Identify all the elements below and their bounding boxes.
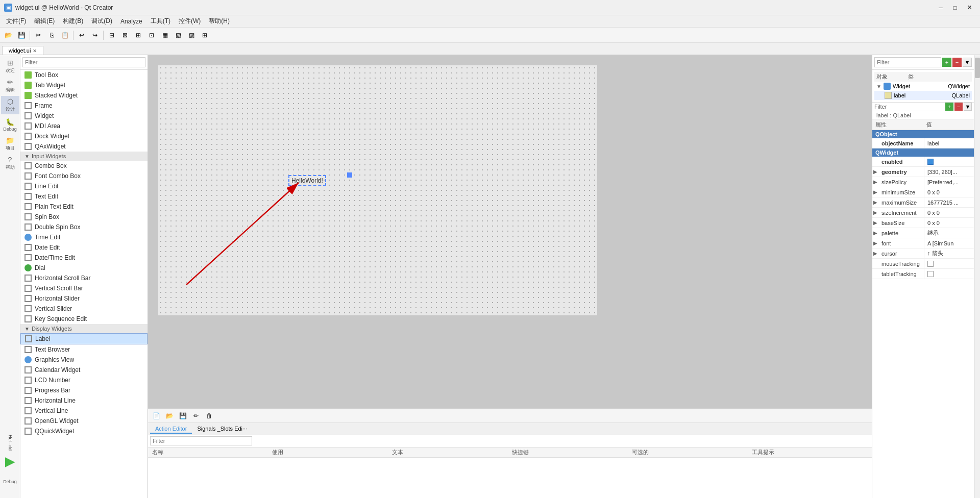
left-icon-debug[interactable]: 🐛 Debug bbox=[1, 115, 19, 134]
left-icon-welcome[interactable]: ⊞ 欢迎 bbox=[1, 57, 19, 76]
prop-row-sizePolicy[interactable]: ▶ sizePolicy [Preferred,... bbox=[872, 177, 974, 187]
bottom-edit-btn[interactable]: ✏ bbox=[190, 410, 202, 422]
toolbar-layout2[interactable]: ▧ bbox=[172, 29, 184, 41]
bottom-filter-input[interactable] bbox=[150, 436, 252, 445]
prop-value-cell[interactable]: 继承 bbox=[924, 228, 974, 238]
bottom-new-btn[interactable]: 📄 bbox=[150, 410, 162, 422]
close-button[interactable]: ✕ bbox=[963, 3, 976, 13]
widget-item-double-spin-box[interactable]: Double Spin Box bbox=[20, 222, 148, 232]
prop-row-enabled[interactable]: enabled bbox=[872, 157, 974, 167]
prop-value-cell[interactable] bbox=[924, 259, 974, 268]
prop-row-objectName[interactable]: objectName label bbox=[872, 138, 974, 148]
right-filter-input[interactable] bbox=[874, 57, 941, 67]
widget-item-mdi-area[interactable]: MDI Area bbox=[20, 121, 148, 131]
widget-item-spin-box[interactable]: Spin Box bbox=[20, 212, 148, 222]
bottom-open-btn[interactable]: 📂 bbox=[163, 410, 176, 422]
widget-item-horizontal-slider[interactable]: Horizontal Slider bbox=[20, 293, 148, 304]
hello-label[interactable]: HelloWorld! bbox=[288, 175, 326, 186]
left-icon-debug2[interactable]: Debug bbox=[1, 472, 19, 491]
widget-item-tab-widget[interactable]: Tab Widget bbox=[20, 80, 148, 90]
tree-item-widget[interactable]: ▼ Widget QWidget bbox=[874, 82, 972, 91]
widget-item-vertical-line[interactable]: Vertical Line bbox=[20, 406, 148, 416]
toolbar-save[interactable]: 💾 bbox=[15, 29, 28, 41]
prop-row-tabletTracking[interactable]: tabletTracking bbox=[872, 269, 974, 279]
widget-item-lcd-number[interactable]: LCD Number bbox=[20, 375, 148, 385]
widget-item-tool-box[interactable]: Tool Box bbox=[20, 70, 148, 80]
toolbar-undo[interactable]: ↩ bbox=[76, 29, 88, 41]
left-icon-run[interactable] bbox=[1, 453, 19, 471]
prop-more-btn[interactable]: ▼ bbox=[964, 103, 972, 111]
canvas-container[interactable]: HelloWorld! bbox=[148, 55, 872, 408]
widget-filter-input[interactable] bbox=[22, 57, 145, 67]
prop-add-btn[interactable]: + bbox=[945, 103, 953, 111]
filter-more-btn[interactable]: ▼ bbox=[963, 58, 972, 67]
widget-item-font-combo-box[interactable]: Font Combo Box bbox=[20, 171, 148, 181]
widget-item-stacked-widget[interactable]: Stacked Widget bbox=[20, 90, 148, 101]
filter-add-btn[interactable]: + bbox=[942, 58, 951, 67]
left-icon-helloworld[interactable]: Hel···rld bbox=[1, 434, 19, 452]
bottom-save-btn[interactable]: 💾 bbox=[177, 410, 189, 422]
widget-item-plain-text-edit[interactable]: Plain Text Edit bbox=[20, 202, 148, 212]
prop-row-geometry[interactable]: ▶ geometry [330, 260]... bbox=[872, 167, 974, 177]
widget-item-text-browser[interactable]: Text Browser bbox=[20, 344, 148, 355]
menu-build[interactable]: 构建(B) bbox=[59, 16, 87, 27]
widget-item-combo-box[interactable]: Combo Box bbox=[20, 161, 148, 171]
prop-row-baseSize[interactable]: ▶ baseSize 0 x 0 bbox=[872, 218, 974, 228]
prop-row-minimumSize[interactable]: ▶ minimumSize 0 x 0 bbox=[872, 187, 974, 197]
maximize-button[interactable]: □ bbox=[948, 3, 962, 13]
prop-row-maximumSize[interactable]: ▶ maximumSize 16777215 ... bbox=[872, 197, 974, 208]
menu-help[interactable]: 帮助(H) bbox=[205, 16, 234, 27]
widget-item-opengl-widget[interactable]: OpenGL Widget bbox=[20, 416, 148, 426]
widget-item-graphics-view[interactable]: Graphics View bbox=[20, 355, 148, 365]
left-icon-edit[interactable]: ✏ 编辑 bbox=[1, 77, 19, 95]
widget-item-time-edit[interactable]: Time Edit bbox=[20, 232, 148, 242]
widget-item-line-edit[interactable]: Line Edit bbox=[20, 181, 148, 191]
widget-item-date/time-edit[interactable]: Date/Time Edit bbox=[20, 253, 148, 263]
filter-sub-btn[interactable]: − bbox=[952, 58, 962, 67]
prop-value-cell[interactable]: [Preferred,... bbox=[924, 177, 974, 187]
toolbar-paste[interactable]: 📋 bbox=[59, 29, 71, 41]
prop-value-cell[interactable]: 0 x 0 bbox=[924, 208, 974, 217]
prop-value-cell[interactable]: 0 x 0 bbox=[924, 218, 974, 228]
toolbar-align1[interactable]: ⊟ bbox=[106, 29, 118, 41]
prop-value-cell[interactable]: 0 x 0 bbox=[924, 187, 974, 197]
widget-item-label[interactable]: Label bbox=[20, 333, 148, 344]
tab-signals-slots[interactable]: Signals _Slots Edi··· bbox=[192, 425, 252, 434]
toolbar-grid[interactable]: ⊞ bbox=[199, 29, 211, 41]
prop-value-cell[interactable] bbox=[924, 269, 974, 279]
widget-item-date-edit[interactable]: Date Edit bbox=[20, 242, 148, 253]
prop-value-cell[interactable]: 16777215 ... bbox=[924, 197, 974, 207]
prop-row-mouseTracking[interactable]: mouseTracking bbox=[872, 259, 974, 269]
menu-debug[interactable]: 调试(D) bbox=[87, 16, 116, 27]
widget-item-horizontal-scroll-bar[interactable]: Horizontal Scroll Bar bbox=[20, 273, 148, 283]
widget-item-text-edit[interactable]: Text Edit bbox=[20, 191, 148, 202]
design-canvas[interactable]: HelloWorld! bbox=[158, 65, 597, 315]
widget-item-frame[interactable]: Frame bbox=[20, 101, 148, 111]
widget-item-vertical-scroll-bar[interactable]: Vertical Scroll Bar bbox=[20, 283, 148, 293]
widget-item-dock-widget[interactable]: Dock Widget bbox=[20, 131, 148, 141]
prop-value-cell[interactable]: label bbox=[924, 138, 974, 148]
prop-row-sizeIncrement[interactable]: ▶ sizeIncrement 0 x 0 bbox=[872, 208, 974, 218]
toolbar-align3[interactable]: ⊞ bbox=[132, 29, 144, 41]
tab-widget-ui[interactable]: widget.ui ✕ bbox=[2, 46, 43, 55]
menu-analyze[interactable]: Analyze bbox=[116, 17, 146, 26]
toolbar-redo[interactable]: ↪ bbox=[89, 29, 101, 41]
menu-tools[interactable]: 工具(T) bbox=[146, 16, 175, 27]
left-icon-design[interactable]: ⬡ 设计 bbox=[1, 96, 19, 114]
toolbar-layout3[interactable]: ▨ bbox=[185, 29, 198, 41]
tree-item-label[interactable]: label QLabel bbox=[874, 91, 972, 100]
prop-sub-btn[interactable]: − bbox=[954, 103, 963, 111]
prop-value-cell[interactable] bbox=[924, 157, 974, 166]
toolbar-copy[interactable]: ⎘ bbox=[45, 29, 58, 41]
widget-item-qaxwidget[interactable]: QAxWidget bbox=[20, 141, 148, 152]
prop-value-cell[interactable]: [330, 260]... bbox=[924, 167, 974, 177]
right-scrollbar[interactable] bbox=[974, 55, 980, 498]
prop-value-cell[interactable]: ↑ 箭头 bbox=[924, 248, 974, 258]
prop-row-cursor[interactable]: ▶ cursor ↑ 箭头 bbox=[872, 248, 974, 259]
left-icon-project[interactable]: 📁 项目 bbox=[1, 135, 19, 153]
menu-file[interactable]: 文件(F) bbox=[2, 16, 30, 27]
bottom-delete-btn[interactable]: 🗑 bbox=[203, 410, 215, 422]
toolbar-layout1[interactable]: ▦ bbox=[159, 29, 171, 41]
tab-close-icon[interactable]: ✕ bbox=[33, 48, 37, 54]
widget-item-progress-bar[interactable]: Progress Bar bbox=[20, 385, 148, 395]
